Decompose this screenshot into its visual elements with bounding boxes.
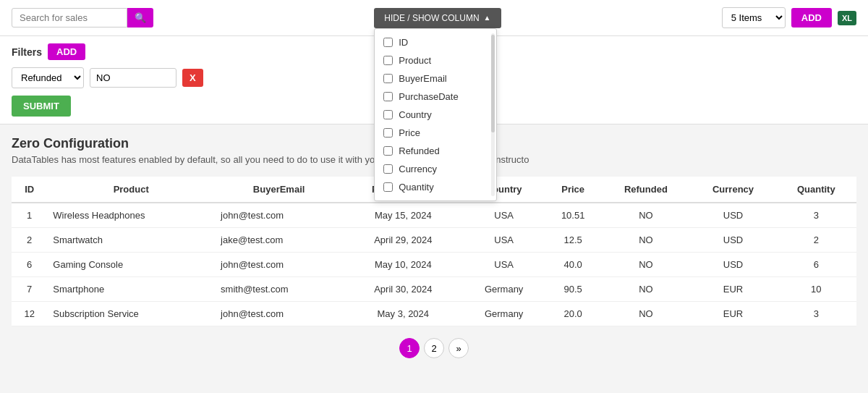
cell-quantity: 6 bbox=[776, 253, 856, 277]
hide-show-label: HIDE / SHOW COLUMN bbox=[384, 13, 479, 23]
cell-price: 10.51 bbox=[545, 203, 602, 228]
dropdown-item-buyeremail[interactable]: BuyerEmail bbox=[375, 69, 496, 88]
cell-email: smith@test.com bbox=[215, 277, 343, 302]
col-header-buyeremail: BuyerEmail bbox=[215, 177, 343, 203]
cell-price: 12.5 bbox=[545, 228, 602, 253]
submit-filter-button[interactable]: SUBMIT bbox=[12, 96, 71, 117]
cell-id: 1 bbox=[12, 203, 47, 228]
col-header-currency: Currency bbox=[690, 177, 775, 203]
cell-id: 7 bbox=[12, 277, 47, 302]
scrollbar-thumb bbox=[491, 35, 495, 132]
cell-email: john@test.com bbox=[215, 302, 343, 326]
cell-date: April 30, 2024 bbox=[343, 277, 463, 302]
cell-id: 2 bbox=[12, 228, 47, 253]
cell-price: 20.0 bbox=[545, 302, 602, 326]
table-body: 1 Wireless Headphones john@test.com May … bbox=[12, 203, 856, 326]
cell-currency: EUR bbox=[690, 277, 775, 302]
dropdown-item-currency[interactable]: Currency bbox=[375, 160, 496, 178]
cell-refunded: NO bbox=[601, 302, 690, 326]
search-input[interactable] bbox=[12, 8, 127, 28]
cell-price: 90.5 bbox=[545, 277, 602, 302]
checkbox-product[interactable] bbox=[383, 56, 393, 65]
cell-country: Germany bbox=[463, 302, 544, 326]
cell-currency: USD bbox=[690, 203, 775, 228]
hide-show-wrapper: HIDE / SHOW COLUMN ▲ ID Product BuyerEma… bbox=[374, 8, 501, 28]
page-1-button[interactable]: 1 bbox=[399, 338, 420, 358]
cell-currency: EUR bbox=[690, 302, 775, 326]
cell-id: 6 bbox=[12, 253, 47, 277]
dropdown-item-product[interactable]: Product bbox=[375, 51, 496, 69]
filters-label: Filters bbox=[12, 46, 42, 58]
col-header-price: Price bbox=[545, 177, 602, 203]
search-wrapper: 🔍 bbox=[12, 8, 153, 28]
checkbox-quantity[interactable] bbox=[383, 182, 393, 192]
excel-export-button[interactable]: XL bbox=[838, 11, 856, 25]
hide-show-button[interactable]: HIDE / SHOW COLUMN ▲ bbox=[374, 8, 501, 28]
add-button[interactable]: ADD bbox=[791, 8, 832, 28]
checkbox-refunded[interactable] bbox=[383, 146, 393, 156]
right-controls: 5 Items 10 Items 25 Items ADD XL bbox=[722, 7, 856, 28]
cell-product: Smartphone bbox=[47, 277, 215, 302]
table-row: 6 Gaming Console john@test.com May 10, 2… bbox=[12, 253, 856, 277]
cell-email: john@test.com bbox=[215, 203, 343, 228]
cell-country: USA bbox=[463, 253, 544, 277]
cell-refunded: NO bbox=[601, 277, 690, 302]
page-2-button[interactable]: 2 bbox=[424, 338, 444, 358]
cell-date: May 15, 2024 bbox=[343, 203, 463, 228]
cell-quantity: 10 bbox=[776, 277, 856, 302]
filter-value-input[interactable] bbox=[90, 68, 176, 88]
checkbox-buyeremail[interactable] bbox=[383, 74, 393, 83]
dropdown-item-quantity[interactable]: Quantity bbox=[375, 178, 496, 196]
add-filter-button[interactable]: ADD bbox=[48, 43, 85, 60]
checkbox-price[interactable] bbox=[383, 128, 393, 138]
cell-email: jake@test.com bbox=[215, 228, 343, 253]
search-button[interactable]: 🔍 bbox=[127, 8, 153, 28]
cell-date: April 29, 2024 bbox=[343, 228, 463, 253]
table-row: 1 Wireless Headphones john@test.com May … bbox=[12, 203, 856, 228]
column-dropdown-menu: ID Product BuyerEmail PurchaseDate Count… bbox=[374, 28, 497, 201]
cell-product: Smartwatch bbox=[47, 228, 215, 253]
dropdown-item-id[interactable]: ID bbox=[375, 33, 496, 51]
cell-price: 40.0 bbox=[545, 253, 602, 277]
page-next-button[interactable]: » bbox=[448, 338, 469, 358]
cell-date: May 10, 2024 bbox=[343, 253, 463, 277]
pagination: 1 2 » bbox=[12, 326, 856, 370]
cell-quantity: 2 bbox=[776, 228, 856, 253]
cell-product: Wireless Headphones bbox=[47, 203, 215, 228]
col-header-product: Product bbox=[47, 177, 215, 203]
cell-quantity: 3 bbox=[776, 302, 856, 326]
scrollbar-track bbox=[491, 33, 495, 196]
checkbox-purchasedate[interactable] bbox=[383, 92, 393, 101]
cell-refunded: NO bbox=[601, 228, 690, 253]
table-row: 7 Smartphone smith@test.com April 30, 20… bbox=[12, 277, 856, 302]
cell-currency: USD bbox=[690, 228, 775, 253]
items-per-page-select[interactable]: 5 Items 10 Items 25 Items bbox=[722, 7, 786, 28]
cell-date: May 3, 2024 bbox=[343, 302, 463, 326]
table-row: 2 Smartwatch jake@test.com April 29, 202… bbox=[12, 228, 856, 253]
remove-filter-button[interactable]: X bbox=[182, 69, 203, 87]
table-row: 12 Subscription Service john@test.com Ma… bbox=[12, 302, 856, 326]
cell-country: USA bbox=[463, 203, 544, 228]
col-header-refunded: Refunded bbox=[601, 177, 690, 203]
cell-id: 12 bbox=[12, 302, 47, 326]
checkbox-country[interactable] bbox=[383, 110, 393, 119]
cell-refunded: NO bbox=[601, 203, 690, 228]
cell-refunded: NO bbox=[601, 253, 690, 277]
cell-currency: USD bbox=[690, 253, 775, 277]
filter-type-select[interactable]: Refunded Product Country bbox=[12, 67, 84, 88]
checkbox-id[interactable] bbox=[383, 38, 393, 47]
dropdown-item-purchasedate[interactable]: PurchaseDate bbox=[375, 88, 496, 106]
cell-country: Germany bbox=[463, 277, 544, 302]
col-header-quantity: Quantity bbox=[776, 177, 856, 203]
cell-product: Gaming Console bbox=[47, 253, 215, 277]
dropdown-item-refunded[interactable]: Refunded bbox=[375, 142, 496, 160]
chevron-up-icon: ▲ bbox=[484, 14, 491, 22]
top-bar: 🔍 HIDE / SHOW COLUMN ▲ ID Product BuyerE… bbox=[0, 0, 868, 36]
checkbox-currency[interactable] bbox=[383, 164, 393, 174]
cell-product: Subscription Service bbox=[47, 302, 215, 326]
dropdown-item-price[interactable]: Price bbox=[375, 124, 496, 142]
cell-quantity: 3 bbox=[776, 203, 856, 228]
col-header-id: ID bbox=[12, 177, 47, 203]
dropdown-item-country[interactable]: Country bbox=[375, 106, 496, 124]
cell-email: john@test.com bbox=[215, 253, 343, 277]
